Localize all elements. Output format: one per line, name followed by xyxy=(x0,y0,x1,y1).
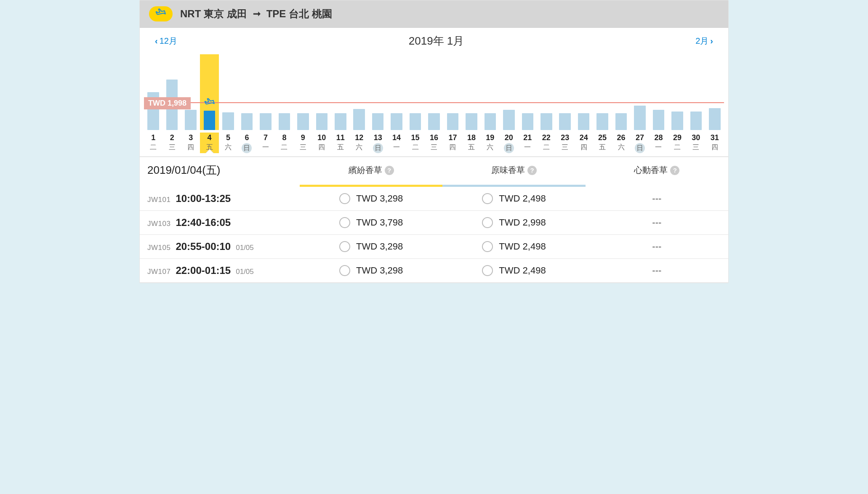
chart-day-column[interactable] xyxy=(481,54,499,130)
day-label[interactable]: 8二 xyxy=(275,133,293,153)
day-number: 18 xyxy=(462,133,481,143)
day-label[interactable]: 16三 xyxy=(425,133,443,153)
chart-day-column[interactable] xyxy=(574,54,593,130)
chart-day-column[interactable] xyxy=(556,54,574,130)
chart-day-column[interactable] xyxy=(500,54,518,130)
day-of-week: 四 xyxy=(443,143,462,152)
chart-day-column[interactable] xyxy=(368,54,387,130)
chart-day-column[interactable] xyxy=(406,54,424,130)
day-label[interactable]: 10四 xyxy=(312,133,331,153)
day-label[interactable]: 14一 xyxy=(387,133,406,153)
radio-icon[interactable] xyxy=(339,241,350,252)
radio-icon[interactable] xyxy=(339,193,350,204)
chart-day-column[interactable] xyxy=(275,54,293,130)
radio-icon[interactable] xyxy=(482,217,493,228)
chart-day-column[interactable] xyxy=(593,54,612,130)
day-number: 19 xyxy=(481,133,499,143)
price-cell[interactable]: TWD 2,498 xyxy=(442,241,585,252)
day-label[interactable]: 30三 xyxy=(687,133,705,153)
day-label[interactable]: 15二 xyxy=(406,133,424,153)
day-of-week: 四 xyxy=(706,143,724,152)
help-icon[interactable]: ? xyxy=(670,166,679,175)
radio-icon[interactable] xyxy=(339,265,350,276)
chart-day-column[interactable] xyxy=(256,54,275,130)
chart-day-column[interactable] xyxy=(181,54,200,130)
chart-day-column[interactable] xyxy=(312,54,331,130)
chart-day-column[interactable] xyxy=(706,54,724,130)
day-label[interactable]: 18五 xyxy=(462,133,481,153)
chart-day-column[interactable] xyxy=(443,54,462,130)
chart-day-column[interactable] xyxy=(668,54,687,130)
day-number: 4 xyxy=(200,133,218,143)
day-label[interactable]: 29二 xyxy=(668,133,687,153)
day-label[interactable]: 4五 xyxy=(200,133,218,153)
chart-day-column[interactable] xyxy=(518,54,537,130)
chart-day-column[interactable] xyxy=(537,54,556,130)
day-number: 6 xyxy=(237,133,256,143)
chart-day-column[interactable] xyxy=(294,54,312,130)
day-label[interactable]: 20日 xyxy=(500,133,518,153)
chart-day-column[interactable] xyxy=(350,54,368,130)
chart-day-column[interactable] xyxy=(162,54,181,130)
chart-day-column[interactable] xyxy=(237,54,256,130)
chart-day-column[interactable] xyxy=(331,54,350,130)
radio-icon[interactable] xyxy=(339,217,350,228)
day-label[interactable]: 25五 xyxy=(593,133,612,153)
day-of-week: 二 xyxy=(275,143,293,152)
radio-icon[interactable] xyxy=(482,265,493,276)
chart-day-column[interactable] xyxy=(387,54,406,130)
day-label[interactable]: 3四 xyxy=(181,133,200,153)
day-label[interactable]: 22二 xyxy=(537,133,556,153)
flight-number: JW101 xyxy=(147,196,170,204)
prev-month-button[interactable]: ‹ 12月 xyxy=(155,35,177,47)
price-cell[interactable]: TWD 2,498 xyxy=(442,265,585,276)
day-label[interactable]: 23三 xyxy=(556,133,574,153)
day-label[interactable]: 9三 xyxy=(294,133,312,153)
chart-day-column[interactable] xyxy=(612,54,630,130)
price-cell[interactable]: TWD 2,498 xyxy=(442,193,585,204)
day-of-week: 日 xyxy=(500,143,518,153)
radio-icon[interactable] xyxy=(482,193,493,204)
day-label[interactable]: 13日 xyxy=(368,133,387,153)
chart-day-column[interactable] xyxy=(687,54,705,130)
flight-row: JW10312:40-16:05TWD 3,798TWD 2,998--- xyxy=(140,211,728,235)
day-label[interactable]: 17四 xyxy=(443,133,462,153)
price-cell[interactable]: TWD 3,298 xyxy=(300,241,442,252)
day-label[interactable]: 12六 xyxy=(350,133,368,153)
help-icon[interactable]: ? xyxy=(385,166,394,175)
chart-day-column[interactable] xyxy=(631,54,649,130)
radio-icon[interactable] xyxy=(482,241,493,252)
day-label[interactable]: 11五 xyxy=(331,133,350,153)
chart-day-column[interactable] xyxy=(425,54,443,130)
chart-day-column[interactable] xyxy=(219,54,237,130)
day-label[interactable]: 6日 xyxy=(237,133,256,153)
chart-day-column[interactable] xyxy=(649,54,668,130)
price-cell[interactable]: TWD 2,998 xyxy=(442,217,585,228)
chart-day-column[interactable] xyxy=(462,54,481,130)
day-number: 17 xyxy=(443,133,462,143)
chart-day-column[interactable] xyxy=(144,54,162,130)
day-label[interactable]: 7一 xyxy=(256,133,275,153)
day-number: 2 xyxy=(162,133,181,143)
price-cell: --- xyxy=(586,217,728,228)
day-label[interactable]: 31四 xyxy=(706,133,724,153)
day-label[interactable]: 19六 xyxy=(481,133,499,153)
day-label[interactable]: 28一 xyxy=(649,133,668,153)
day-label[interactable]: 1二 xyxy=(144,133,162,153)
day-label[interactable]: 24四 xyxy=(574,133,593,153)
chart-day-column[interactable] xyxy=(200,54,218,130)
day-label[interactable]: 2三 xyxy=(162,133,181,153)
day-label[interactable]: 5六 xyxy=(219,133,237,153)
day-of-week: 五 xyxy=(331,143,350,152)
day-label[interactable]: 21一 xyxy=(518,133,537,153)
day-label[interactable]: 27日 xyxy=(631,133,649,153)
fare-underline xyxy=(140,185,728,187)
help-icon[interactable]: ? xyxy=(527,166,537,175)
day-label[interactable]: 26六 xyxy=(612,133,630,153)
price-cell[interactable]: TWD 3,298 xyxy=(300,193,442,204)
price-cell[interactable]: TWD 3,798 xyxy=(300,217,442,228)
price-bar xyxy=(559,113,571,130)
next-month-button[interactable]: 2月 › xyxy=(695,35,713,47)
price-cell[interactable]: TWD 3,298 xyxy=(300,265,442,276)
current-month-label: 2019年 1月 xyxy=(409,34,464,48)
